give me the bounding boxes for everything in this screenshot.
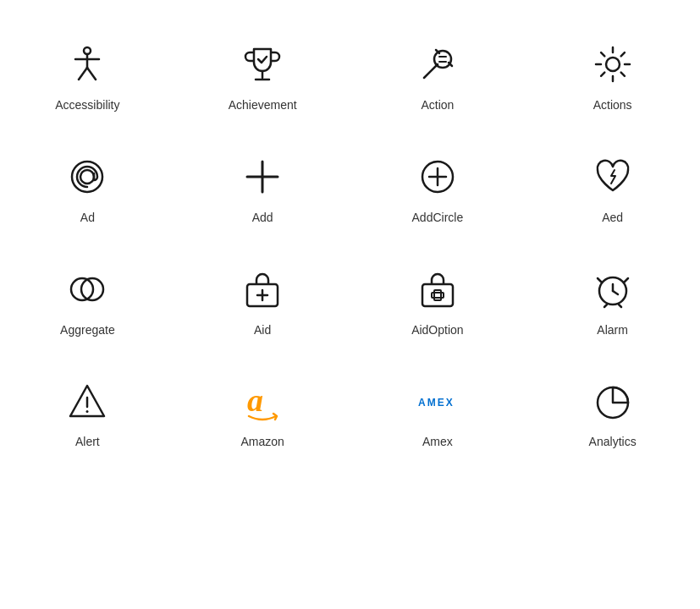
achievement-icon [240,42,284,86]
icon-cell-addcircle: AddCircle [350,129,526,242]
amex-label: Amex [422,435,453,449]
amazon-icon: a [240,379,284,423]
amazon-label: Amazon [240,435,284,449]
alert-label: Alert [75,435,100,449]
aed-label: Aed [602,211,623,225]
icon-cell-ad: Ad [0,129,175,242]
icon-cell-aggregate: Aggregate [0,242,175,354]
icon-cell-action: Action [350,17,526,129]
accessibility-icon [65,42,109,86]
icon-grid: Accessibility Achievement [0,0,700,483]
achievement-label: Achievement [229,98,297,112]
icon-cell-aed: Aed [525,129,700,242]
icon-cell-amex: AMEX Amex [350,354,526,466]
alarm-icon [591,267,635,311]
ad-icon [65,155,109,199]
addcircle-icon [416,155,460,199]
action-label: Action [421,98,454,112]
svg-point-22 [80,170,94,184]
icon-cell-amazon: a Amazon [175,354,350,466]
svg-point-12 [606,58,620,71]
icon-cell-accessibility: Accessibility [0,17,175,129]
icon-cell-analytics: Analytics [525,354,700,466]
actions-icon [591,42,635,86]
svg-rect-33 [422,284,453,306]
svg-line-38 [613,291,618,294]
aidoption-label: AidOption [411,323,463,337]
icon-cell-alert: Alert [0,354,175,466]
svg-line-20 [601,73,604,76]
aid-label: Aid [254,323,271,337]
aggregate-label: Aggregate [60,323,115,337]
aid-icon [240,267,284,311]
add-icon [240,155,284,199]
icon-cell-alarm: Alarm [525,242,700,354]
aed-icon [591,155,635,199]
svg-line-19 [620,52,624,56]
action-icon [416,42,460,86]
amex-icon: AMEX [416,379,460,423]
icon-cell-aid: Aid [175,242,350,354]
svg-rect-34 [434,290,441,300]
actions-label: Actions [593,98,632,112]
aggregate-icon [65,267,109,311]
svg-line-17 [601,52,604,56]
svg-point-40 [86,410,89,413]
alarm-label: Alarm [597,323,628,337]
alert-icon [65,379,109,423]
icon-cell-add: Add [175,129,350,242]
svg-line-18 [620,73,624,76]
icon-cell-achievement: Achievement [175,17,350,129]
svg-text:AMEX: AMEX [418,397,455,409]
aidoption-icon [416,267,460,311]
icon-cell-actions: Actions [525,17,700,129]
icon-cell-aidoption: AidOption [350,242,526,354]
svg-line-3 [79,68,87,80]
svg-text:a: a [247,382,263,418]
ad-label: Ad [80,211,95,225]
addcircle-label: AddCircle [412,211,464,225]
add-label: Add [252,211,273,225]
accessibility-label: Accessibility [55,98,119,112]
analytics-icon [591,379,635,423]
svg-line-4 [87,68,96,80]
analytics-label: Analytics [589,435,637,449]
